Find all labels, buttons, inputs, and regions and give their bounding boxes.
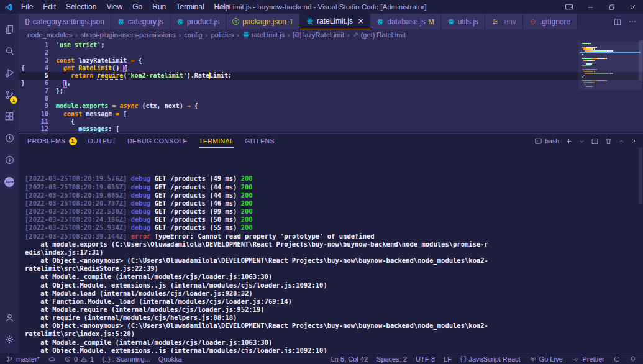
- close-tab-icon[interactable]: ✕: [358, 17, 363, 25]
- shell-selector[interactable]: bash: [534, 137, 559, 145]
- code-line[interactable]: 2: [19, 49, 643, 57]
- more-actions-icon[interactable]: [628, 17, 637, 26]
- json-tools-icon: Json: [4, 177, 14, 187]
- activity-account[interactable]: [0, 307, 19, 329]
- activity-run-and-debug[interactable]: [0, 62, 19, 84]
- menu-terminal[interactable]: Terminal: [171, 2, 209, 11]
- code-line[interactable]: 9module.exports = async (ctx, next) ⇒ {: [19, 102, 643, 110]
- activity-thunder-client[interactable]: [0, 149, 19, 171]
- branch-icon: [6, 355, 14, 363]
- activity-explorer[interactable]: [0, 19, 19, 40]
- quokka-status[interactable]: Quokka: [158, 355, 182, 363]
- notifications-status[interactable]: [629, 355, 637, 363]
- breadcrumb-item[interactable]: (get) RateLimit: [353, 31, 406, 39]
- minimap[interactable]: [582, 43, 637, 88]
- breadcrumb-item[interactable]: rateLimit.js: [242, 31, 285, 39]
- code-line[interactable]: 10 const message = [: [19, 111, 643, 118]
- panel-tab-label: PROBLEMS: [27, 137, 66, 145]
- activity-source-control[interactable]: 1: [0, 84, 19, 106]
- tab-utils.js[interactable]: utils.js: [441, 14, 485, 29]
- menu-go[interactable]: Go: [127, 2, 147, 11]
- problems-status[interactable]: 0 1: [64, 355, 94, 363]
- feedback-status[interactable]: [613, 355, 621, 363]
- menu-edit[interactable]: Edit: [38, 2, 61, 11]
- line-number: 2: [27, 49, 56, 57]
- scanner-status[interactable]: {..} : Scanning...: [102, 355, 150, 363]
- breadcrumb-item[interactable]: config: [184, 31, 202, 39]
- cursor-position-status[interactable]: Ln 5, Col 42: [331, 355, 368, 363]
- split-terminal-icon[interactable]: [591, 137, 599, 145]
- code-editor[interactable]: 1'use strict';23const lazyRateLimit = {{…: [19, 40, 643, 134]
- menu-view[interactable]: View: [101, 2, 127, 11]
- menu-file[interactable]: File: [16, 2, 38, 11]
- menu-run[interactable]: Run: [147, 2, 171, 11]
- code-line[interactable]: 5 return require('koa2-ratelimit').RateL…: [19, 72, 643, 80]
- react-icon: [447, 18, 455, 25]
- tab-product.js[interactable]: product.js: [170, 14, 226, 29]
- code-line[interactable]: 1'use strict';: [19, 42, 643, 49]
- layout-toggle-icon[interactable]: [559, 0, 580, 14]
- eol-status[interactable]: LF: [444, 355, 452, 363]
- terminal-output[interactable]: [2022-03-25T08:20:19.576Z] debug GET /pr…: [19, 148, 643, 353]
- indentation-status[interactable]: Spaces: 2: [376, 355, 407, 363]
- breadcrumb-item[interactable]: node_modules: [27, 31, 72, 39]
- close-window-button[interactable]: [622, 0, 643, 14]
- panel-tab-problems[interactable]: PROBLEMS1: [27, 134, 77, 148]
- panel-tab-terminal[interactable]: TERMINAL: [199, 134, 234, 148]
- tab-package.json[interactable]: npackage.json1: [226, 14, 300, 29]
- code-line[interactable]: {4 get RateLimit() {: [19, 65, 643, 72]
- panel-tab-gitlens[interactable]: GITLENS: [245, 134, 275, 148]
- activity-search[interactable]: [0, 40, 19, 62]
- activity-settings[interactable]: [0, 329, 19, 350]
- tab-database.js[interactable]: database.jsM: [370, 14, 441, 29]
- tab-.gitignore[interactable]: .gitignore: [523, 14, 577, 29]
- prettier-status[interactable]: Prettier: [572, 355, 604, 363]
- minimap-line: [582, 71, 637, 72]
- maximize-panel-icon[interactable]: [618, 138, 625, 145]
- restore-button[interactable]: [601, 0, 622, 14]
- language-status[interactable]: { } JavaScript React: [460, 355, 521, 363]
- minimize-button[interactable]: [580, 0, 601, 14]
- code-token: (): [112, 65, 119, 72]
- breadcrumb-item[interactable]: policies: [211, 31, 234, 39]
- terminal-dropdown-icon[interactable]: [578, 138, 585, 145]
- terminal-scrollbar[interactable]: [639, 148, 642, 204]
- env-icon: [491, 18, 499, 25]
- go-live-status[interactable]: Go Live: [529, 355, 563, 363]
- new-terminal-icon[interactable]: [565, 137, 573, 145]
- encoding-status[interactable]: UTF-8: [416, 355, 435, 363]
- code-line[interactable]: 3const lazyRateLimit = {: [19, 57, 643, 65]
- editor-scrollbar[interactable]: [639, 40, 643, 80]
- panel-tab-debug-console[interactable]: DEBUG CONSOLE: [127, 134, 188, 148]
- tab-category.settings.json[interactable]: {}category.settings.json: [19, 14, 111, 29]
- code-token: exports: [82, 102, 112, 110]
- git-branch-status[interactable]: master*: [6, 355, 40, 363]
- log-level: debug: [131, 216, 155, 223]
- minimap-line: [582, 73, 637, 74]
- code-line[interactable]: 8: [19, 95, 643, 102]
- code-line[interactable]: 12 messages: [: [19, 125, 643, 133]
- code-line[interactable]: 11 {: [19, 118, 643, 125]
- tab-category.js[interactable]: category.js: [111, 14, 170, 29]
- menu-selection[interactable]: Selection: [61, 2, 101, 11]
- breadcrumb-item[interactable]: strapi-plugin-users-permissions: [81, 31, 176, 39]
- panel-tab-output[interactable]: OUTPUT: [88, 134, 117, 148]
- stack-trace-line: at Module._compile (internal/modules/cjs…: [25, 339, 272, 346]
- tab-label: .gitignore: [540, 17, 570, 26]
- code-line[interactable]: 7};: [19, 88, 643, 95]
- symbol-object-icon: [@]: [293, 32, 301, 38]
- activity-code-time[interactable]: [0, 127, 19, 149]
- log-message: GET /products (46 ms): [155, 199, 237, 207]
- breadcrumb-item[interactable]: [@]lazyRateLimit: [293, 31, 344, 39]
- status-bar: master* 0 1 {..} : Scanning... Quokka Ln…: [0, 353, 643, 364]
- feedback-icon: [613, 355, 621, 363]
- code-line[interactable]: }6 },: [19, 80, 643, 87]
- split-editor-icon[interactable]: [613, 17, 622, 26]
- tab-.env[interactable]: .env: [485, 14, 523, 29]
- tab-rateLimit.js[interactable]: rateLimit.js✕: [300, 14, 370, 29]
- kill-terminal-icon[interactable]: [604, 137, 613, 145]
- activity-json-tools[interactable]: Json: [0, 171, 19, 193]
- activity-extensions[interactable]: [0, 106, 19, 127]
- sync-status[interactable]: [48, 355, 56, 363]
- close-panel-icon[interactable]: [631, 137, 638, 145]
